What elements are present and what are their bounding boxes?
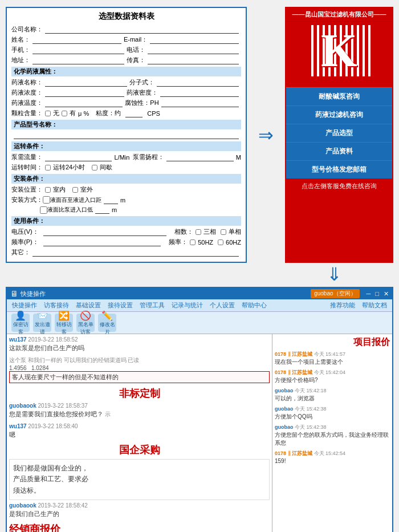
maximize-icon[interactable]: □ [375, 290, 379, 297]
arrow-right-area: ⇒ [253, 7, 279, 263]
head-field[interactable] [166, 153, 233, 161]
right-msg-5-meta: guobao 今天 15:42:38 [275, 424, 390, 431]
viscosity-field[interactable] [125, 109, 142, 117]
current-field[interactable] [43, 238, 161, 246]
viscosity-label: 粘度：约 [96, 109, 121, 117]
particle-row: 颗粒含量： 无 有 μ % 粘度：约 CPS [11, 109, 241, 117]
minimize-icon[interactable]: ─ [367, 290, 371, 297]
menu-btn-acid[interactable]: 耐酸碱泵咨询 [286, 87, 392, 105]
install-loc-row: 安装位置： 室内 室外 [11, 185, 241, 194]
flow-head-row: 泵需流量： L/Min 泵需扬程： M [11, 153, 241, 161]
chat-msg-wu2-meta: wu137 2019-3-22 18:58:40 [9, 423, 270, 429]
hz50-checkbox[interactable] [190, 239, 196, 245]
right-msg-4-meta: guobao 今天 15:42:38 [275, 405, 390, 413]
submerge-checkbox[interactable] [43, 196, 50, 204]
menu-btn-info[interactable]: 产品资料 [286, 142, 392, 160]
ph-field[interactable] [161, 99, 239, 107]
toolbar-transfer[interactable]: 🔀 转移访客 [55, 314, 73, 332]
company-field[interactable] [45, 26, 239, 34]
single-phase-checkbox[interactable] [221, 229, 226, 235]
menu-recommend[interactable]: 推荐功能 [327, 300, 358, 310]
chat-left-panel[interactable]: wu137 2019-3-22 18:58:52 这款泵是您们自己生产的吗 这个… [7, 334, 272, 532]
menu-btn-select[interactable]: 产品选型 [286, 124, 392, 142]
outlet-checkbox[interactable] [40, 206, 47, 214]
usage-section-title: 使用条件： [11, 216, 241, 226]
outdoor-checkbox[interactable] [72, 187, 78, 193]
indoor-checkbox[interactable] [45, 187, 51, 193]
toolbar-secret-visitor[interactable]: 👤 保密访客 [11, 314, 30, 332]
hz60-label: 60HZ [226, 239, 241, 246]
annotation-jing-wrapper: 经销商报价 [9, 522, 270, 532]
chat-right-panel[interactable]: 项目报价 0178 ‖ 江苏盐城 今天 15:41:57 现在我一个项目上需要这… [272, 334, 392, 532]
h24-checkbox[interactable] [45, 165, 51, 170]
install-method-label: 安装方式： [11, 196, 43, 204]
chem-name-field[interactable] [45, 79, 127, 87]
menu-quick[interactable]: 快捷操作 [9, 300, 40, 310]
menu-visit[interactable]: 访客接待 [41, 300, 72, 310]
tel-field[interactable] [148, 46, 239, 54]
menu-btn-filter[interactable]: 药液过滤机咨询 [286, 105, 392, 124]
submerge-field[interactable] [104, 196, 118, 204]
temp-field[interactable] [45, 99, 123, 107]
h24-label: 运转24小时 [53, 163, 85, 172]
chat-msg-1-name: wu137 [9, 336, 27, 343]
voltage-field[interactable] [43, 228, 166, 236]
company-row: 公司名称： [11, 25, 241, 34]
menu-helpdoc[interactable]: 帮助文档 [359, 300, 390, 310]
mol-field[interactable] [157, 79, 239, 87]
chem-name-mol-row: 药液名称： 分子式： [11, 78, 241, 87]
install-loc-label: 安装位置： [11, 185, 43, 194]
chat-msg-2-meta: 这个泵 和我们一样的 可以用我们的经销渠道吗 已读 [9, 356, 270, 364]
right-msg-1-bubble: 现在我一个项目上需要这个 [275, 358, 390, 366]
chat-msg-2: 这个泵 和我们一样的 可以用我们的经销渠道吗 已读 1.4956 1.0284 … [9, 356, 270, 383]
toolbar-edit-card[interactable]: ✏️ 修改名片 [98, 314, 116, 332]
flow-field[interactable] [45, 153, 112, 161]
right-msg-5-bubble: 方便您留个您的联系方式吗，我这业务经理联系您 [275, 431, 390, 447]
outdoor-label: 室外 [80, 185, 93, 194]
outlet-field[interactable] [95, 206, 109, 214]
close-icon[interactable]: ✕ [384, 290, 389, 298]
company-logo-k: K [286, 22, 392, 87]
menu-manage[interactable]: 管理工具 [137, 300, 168, 310]
right-msg-4: guobao 今天 15:42:38 方便加个QQ吗 [275, 405, 390, 421]
right-msg-6-bubble: 159! [275, 457, 390, 465]
phone-field[interactable] [32, 46, 124, 54]
run-section-title: 运转条件： [11, 141, 241, 151]
email-field[interactable] [150, 36, 239, 44]
lmin-label: L/Min [114, 154, 129, 161]
toolbar-invite[interactable]: 📨 发出邀请 [33, 314, 51, 332]
yes-checkbox[interactable] [62, 111, 67, 116]
right-msg-2-meta: 0178 ‖ 江苏盐城 今天 15:42:04 [275, 369, 390, 376]
other-field[interactable] [32, 249, 239, 257]
menu-help[interactable]: 帮助中心 [239, 300, 270, 310]
interval-label: 间歇 [100, 163, 112, 172]
product-name-field[interactable] [14, 131, 239, 139]
chat-titlebar: 🖥 快捷操作 guobao（空闲） ─ □ ✕ [7, 288, 392, 299]
flow-label: 泵需流量： [11, 153, 43, 161]
hz60-checkbox[interactable] [218, 239, 223, 245]
menu-stats[interactable]: 记录与统计 [169, 300, 206, 310]
menu-btn-price[interactable]: 型号价格发您邮箱 [286, 160, 392, 178]
conc-field[interactable] [45, 89, 124, 97]
chat-msg-wu2-bubble: 嗯 [9, 430, 270, 440]
density-field[interactable] [160, 89, 239, 97]
name-field[interactable] [32, 36, 121, 44]
cps-label: CPS [147, 110, 160, 117]
menu-personal[interactable]: 个人设置 [207, 300, 238, 310]
toolbar-blacklist[interactable]: 🚫 黑名单访客 [76, 314, 95, 332]
fax-field[interactable] [148, 56, 239, 64]
chat-msg-1: wu137 2019-3-22 18:58:52 这款泵是您们自己生产的吗 [9, 336, 270, 353]
guoqiye-text: 我们都是做国有企业的， 产品质量和工艺、要求必 须达标。 [9, 459, 270, 500]
address-field[interactable] [32, 56, 124, 64]
chat-msg-1-meta: wu137 2019-3-22 18:58:52 [9, 336, 270, 343]
menu-basic[interactable]: 基础设置 [73, 300, 104, 310]
menu-receive[interactable]: 接待设置 [105, 300, 136, 310]
msg2-redbox: 客人现在要尺寸一样的但是不知道样的 [9, 371, 270, 383]
address-fax-row: 地址： 传真： [11, 56, 241, 64]
chat-msg-guo1-meta: guobaook 2019-3-22 18:58:37 [9, 403, 270, 409]
right-arrow-icon: ⇒ [258, 124, 274, 146]
interval-checkbox[interactable] [92, 165, 97, 170]
no-checkbox[interactable] [45, 111, 51, 116]
three-phase-checkbox[interactable] [196, 229, 201, 235]
submerge-unit: m [120, 197, 125, 204]
